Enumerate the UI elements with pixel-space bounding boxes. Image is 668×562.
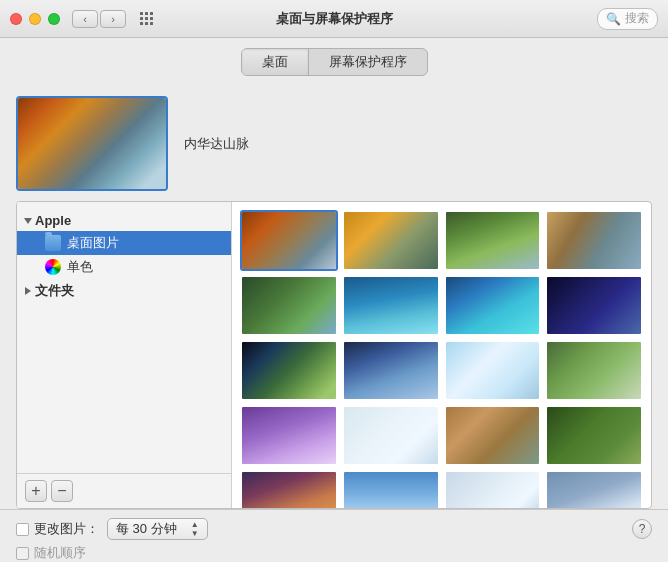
wallpaper-thumb[interactable] (444, 275, 542, 336)
sidebar-item-desktop-pictures[interactable]: 桌面图片 (17, 231, 231, 255)
sidebar-content: Apple 桌面图片 单色 文件夹 (17, 202, 231, 473)
wallpaper-thumb[interactable] (342, 405, 440, 466)
group-folders-label: 文件夹 (35, 282, 74, 300)
wallpaper-thumb[interactable] (444, 470, 542, 508)
help-button[interactable]: ? (632, 519, 652, 539)
forward-button[interactable]: › (100, 10, 126, 28)
preview-area: 内华达山脉 (16, 84, 652, 201)
wallpaper-thumb[interactable] (545, 470, 643, 508)
wallpaper-grid (240, 210, 643, 508)
add-button[interactable]: + (25, 480, 47, 502)
wallpaper-thumb[interactable] (342, 470, 440, 508)
back-button[interactable]: ‹ (72, 10, 98, 28)
random-order-label: 随机顺序 (16, 544, 86, 562)
bottom-row-random: 随机顺序 (16, 544, 652, 562)
wallpaper-thumb[interactable] (342, 340, 440, 401)
color-wheel-icon (45, 259, 61, 275)
sidebar-item-label: 单色 (67, 258, 93, 276)
wallpaper-thumb[interactable] (545, 275, 643, 336)
wallpaper-thumb[interactable] (240, 275, 338, 336)
wallpaper-thumb[interactable] (240, 470, 338, 508)
change-picture-text: 更改图片： (34, 520, 99, 538)
interval-dropdown[interactable]: 每 30 分钟 ▲ ▼ (107, 518, 208, 540)
tab-desktop[interactable]: 桌面 (242, 49, 309, 75)
wallpaper-thumb[interactable] (545, 210, 643, 271)
tabs-area: 桌面 屏幕保护程序 (0, 38, 668, 84)
wallpaper-thumb[interactable] (240, 405, 338, 466)
maximize-button[interactable] (48, 13, 60, 25)
preview-name: 内华达山脉 (184, 135, 249, 153)
bottom-bar: 更改图片： 每 30 分钟 ▲ ▼ ? 随机顺序 (0, 509, 668, 562)
sidebar-group-folders[interactable]: 文件夹 (17, 279, 231, 303)
interval-value: 每 30 分钟 (116, 520, 177, 538)
tab-screensaver[interactable]: 屏幕保护程序 (309, 49, 427, 75)
grid-button[interactable] (134, 10, 160, 28)
wallpaper-thumb[interactable] (545, 405, 643, 466)
wallpaper-thumb[interactable] (444, 210, 542, 271)
wallpaper-thumb[interactable] (444, 405, 542, 466)
wallpaper-thumb[interactable] (342, 275, 440, 336)
main-content: 内华达山脉 Apple 桌面图片 单色 (0, 84, 668, 509)
search-box[interactable]: 🔍 搜索 (597, 8, 658, 30)
grid-icon (140, 12, 154, 26)
sidebar-item-solid-colors[interactable]: 单色 (17, 255, 231, 279)
triangle-icon (25, 287, 31, 295)
split-area: Apple 桌面图片 单色 文件夹 + − (16, 201, 652, 509)
titlebar: ‹ › 桌面与屏幕保护程序 🔍 搜索 (0, 0, 668, 38)
wallpaper-thumb[interactable] (342, 210, 440, 271)
folder-icon (45, 235, 61, 251)
close-button[interactable] (10, 13, 22, 25)
bottom-row-change: 更改图片： 每 30 分钟 ▲ ▼ ? (16, 518, 652, 540)
change-picture-checkbox[interactable] (16, 523, 29, 536)
sidebar-item-label: 桌面图片 (67, 234, 119, 252)
preview-thumbnail (16, 96, 168, 191)
wallpaper-thumb[interactable] (240, 340, 338, 401)
window-title: 桌面与屏幕保护程序 (276, 10, 393, 28)
dropdown-arrows-icon: ▲ ▼ (191, 521, 199, 538)
wallpaper-thumb[interactable] (240, 210, 338, 271)
search-icon: 🔍 (606, 12, 621, 26)
wallpaper-thumb[interactable] (545, 340, 643, 401)
change-picture-label[interactable]: 更改图片： (16, 520, 99, 538)
wallpaper-thumb[interactable] (444, 340, 542, 401)
search-placeholder: 搜索 (625, 10, 649, 27)
traffic-lights (10, 13, 60, 25)
remove-button[interactable]: − (51, 480, 73, 502)
minimize-button[interactable] (29, 13, 41, 25)
group-apple-label: Apple (35, 213, 71, 228)
nav-buttons: ‹ › (72, 10, 126, 28)
random-order-checkbox[interactable] (16, 547, 29, 560)
triangle-icon (24, 218, 32, 224)
tab-group: 桌面 屏幕保护程序 (241, 48, 428, 76)
wallpaper-grid-area[interactable] (232, 202, 651, 508)
random-order-text: 随机顺序 (34, 544, 86, 562)
sidebar: Apple 桌面图片 单色 文件夹 + − (17, 202, 232, 508)
sidebar-group-apple[interactable]: Apple (17, 210, 231, 231)
sidebar-footer: + − (17, 473, 231, 508)
